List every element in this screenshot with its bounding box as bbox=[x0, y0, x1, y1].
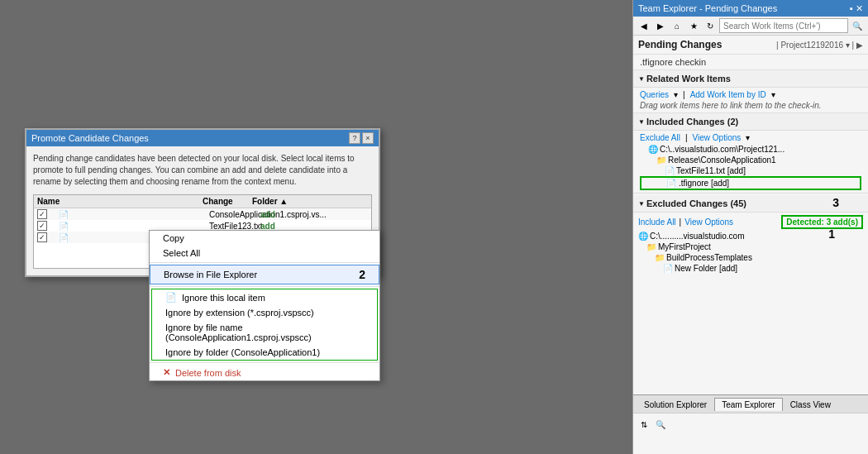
pending-changes-header: Pending Changes | Project12192016 ▾ | ▶ bbox=[633, 36, 868, 55]
tab-class-view[interactable]: Class View bbox=[783, 398, 838, 411]
ctx-copy[interactable]: Copy bbox=[150, 231, 379, 246]
file-name-1: ConsoleApplication1.csproj.vs... bbox=[209, 210, 259, 219]
exc-view-options-link[interactable]: View Options bbox=[684, 217, 733, 227]
annotation-2: 2 bbox=[359, 268, 365, 281]
exc-tree-item: 📁 BuildProcessTemplates bbox=[638, 252, 863, 263]
related-work-links: Queries ▾ | Add Work Item by ID ▾ bbox=[640, 90, 861, 99]
forward-button[interactable]: ▶ bbox=[653, 18, 668, 33]
annotation-3: 3 bbox=[832, 196, 839, 209]
included-collapse[interactable]: ▼ bbox=[638, 118, 645, 126]
related-work-items-content: Queries ▾ | Add Work Item by ID ▾ Drag w… bbox=[633, 88, 868, 113]
change-1: add bbox=[260, 210, 368, 219]
ctx-browse-file-explorer[interactable]: Browse in File Explorer 2 bbox=[150, 265, 379, 284]
tree-item: 📄 TextFile11.txt [add] bbox=[640, 165, 861, 176]
checkbox-2[interactable] bbox=[37, 221, 47, 231]
team-explorer-title: Team Explorer - Pending Changes bbox=[638, 3, 777, 13]
ctx-ignore-local[interactable]: 📄 Ignore this local item bbox=[152, 289, 377, 305]
related-work-items-section: ▼ Related Work Items bbox=[633, 70, 868, 88]
checkbox-3[interactable] bbox=[37, 232, 47, 242]
included-header: Exclude All | View Options ▾ bbox=[640, 133, 861, 142]
tfignore-checkin-label: .tfignore checkin bbox=[640, 57, 706, 67]
properties-toolbar: ⇅ 🔍 bbox=[637, 417, 865, 432]
favorite-button[interactable]: ★ bbox=[686, 18, 701, 33]
related-work-items-label: Related Work Items bbox=[646, 74, 731, 84]
list-header: Name Change Folder ▲ bbox=[34, 195, 371, 208]
ctx-ignore-folder[interactable]: Ignore by folder (ConsoleApplication1) bbox=[152, 345, 377, 360]
ctx-ignore-filename[interactable]: Ignore by file name (ConsoleApplication1… bbox=[152, 320, 377, 345]
dialog-title-bar: Promote Candidate Changes ? × bbox=[26, 130, 379, 146]
pin-icon[interactable]: ▪ ✕ bbox=[850, 3, 863, 14]
delete-label: Delete from disk bbox=[175, 368, 241, 378]
ctx-select-all[interactable]: Select All bbox=[150, 246, 379, 260]
ctx-delete[interactable]: ✕ Delete from disk bbox=[150, 365, 379, 380]
tree-item: 🌐 C:\..visualstudio.com\Project121... bbox=[640, 144, 861, 155]
tfignore-tree-item: 📄 .tfignore [add] bbox=[640, 176, 861, 190]
dropdown-arrow[interactable]: ▾ bbox=[846, 41, 850, 50]
view-options-link[interactable]: View Options bbox=[693, 133, 742, 142]
dialog-title: Promote Candidate Changes bbox=[31, 133, 149, 143]
annotation-1: 1 bbox=[828, 227, 835, 241]
home-button[interactable]: ⌂ bbox=[670, 18, 684, 33]
properties-panel: ⇅ 🔍 bbox=[633, 413, 868, 454]
back-button[interactable]: ◀ bbox=[637, 18, 651, 33]
add-work-item-link[interactable]: Add Work Item by ID bbox=[690, 90, 766, 99]
drag-hint: Drag work items here to link them to the… bbox=[640, 101, 861, 110]
team-explorer-title-bar: Team Explorer - Pending Changes ▪ ✕ bbox=[633, 0, 868, 17]
tab-solution-explorer[interactable]: Solution Explorer bbox=[637, 398, 714, 411]
ctx-ignore-group: 📄 Ignore this local item Ignore by exten… bbox=[151, 289, 378, 361]
delete-icon: ✕ bbox=[163, 367, 170, 378]
ignore-local-label: Ignore this local item bbox=[182, 293, 265, 303]
include-all-link[interactable]: Include All bbox=[638, 217, 676, 227]
ctx-separator-1 bbox=[150, 262, 379, 263]
collapse-triangle[interactable]: ▼ bbox=[638, 75, 645, 83]
dialog-buttons: ? × bbox=[349, 132, 374, 144]
te-toolbar: ◀ ▶ ⌂ ★ ↻ 🔍 bbox=[633, 17, 868, 36]
col-folder: Folder ▲ bbox=[252, 197, 368, 206]
dialog-help-button[interactable]: ? bbox=[349, 132, 360, 144]
exc-build-folder: BuildProcessTemplates bbox=[666, 253, 752, 262]
refresh-button[interactable]: ↻ bbox=[703, 18, 718, 33]
queries-dropdown[interactable]: ▾ bbox=[674, 90, 678, 99]
checkbox-1[interactable] bbox=[37, 209, 47, 219]
dialog-description: Pending change candidates have been dete… bbox=[33, 153, 372, 188]
project-subtitle: Project12192016 bbox=[780, 41, 843, 50]
file-name-2: TextFile123.txt bbox=[209, 222, 259, 231]
file-icon-1: 📄 bbox=[59, 210, 207, 219]
file-icon-2: 📄 bbox=[59, 222, 207, 231]
bottom-tabs: Solution Explorer Team Explorer Class Vi… bbox=[633, 394, 868, 413]
excluded-links: Include All | View Options bbox=[638, 217, 733, 227]
detected-badge: Detected: 3 add(s) bbox=[781, 215, 863, 229]
props-sort-btn[interactable]: ⇅ bbox=[637, 417, 651, 432]
search-input[interactable] bbox=[719, 18, 848, 33]
exc-new-folder: New Folder [add] bbox=[675, 264, 737, 273]
exc-server-path: C:\..........visualstudio.com bbox=[650, 232, 744, 241]
props-search-btn[interactable]: 🔍 bbox=[653, 417, 668, 432]
tfignore-bar: .tfignore checkin bbox=[633, 55, 868, 70]
pending-changes-title: Pending Changes bbox=[638, 39, 722, 50]
add-dropdown[interactable]: ▾ bbox=[771, 90, 775, 99]
dialog-close-button[interactable]: × bbox=[362, 132, 374, 144]
exc-tree-item: 📄 New Folder [add] bbox=[638, 263, 863, 274]
col-change: Change bbox=[203, 197, 252, 206]
ctx-separator-3 bbox=[150, 362, 379, 363]
queries-link[interactable]: Queries bbox=[640, 90, 669, 99]
tab-team-explorer[interactable]: Team Explorer bbox=[714, 398, 782, 411]
excluded-changes-label: Excluded Changes (45) bbox=[646, 198, 746, 208]
included-changes-label: Included Changes (2) bbox=[646, 117, 738, 127]
tree-item: 📁 Release\ConsoleApplication1 bbox=[640, 155, 861, 165]
exc-tree-item: 📁 MyFirstProject bbox=[638, 241, 863, 252]
col-name: Name bbox=[37, 197, 203, 206]
search-button[interactable]: 🔍 bbox=[850, 18, 865, 33]
server-path-1: C:\..visualstudio.com\Project121... bbox=[660, 145, 785, 154]
ctx-separator-2 bbox=[150, 286, 379, 287]
included-changes-section: ▼ Included Changes (2) bbox=[633, 113, 868, 131]
browse-label: Browse in File Explorer bbox=[164, 270, 257, 280]
folder-path-1: Release\ConsoleApplication1 bbox=[668, 155, 776, 165]
exclude-all-link[interactable]: Exclude All bbox=[640, 133, 680, 142]
file-textfile11: TextFile11.txt [add] bbox=[676, 166, 746, 175]
included-links: Exclude All | View Options ▾ bbox=[640, 133, 750, 142]
ctx-ignore-extension[interactable]: Ignore by extension (*.csproj.vspscc) bbox=[152, 305, 377, 320]
excluded-collapse[interactable]: ▼ bbox=[638, 200, 645, 208]
tfignore-file-label: .tfignore [add] bbox=[679, 179, 729, 188]
included-changes-content: Exclude All | View Options ▾ 🌐 C:\..visu… bbox=[633, 131, 868, 194]
